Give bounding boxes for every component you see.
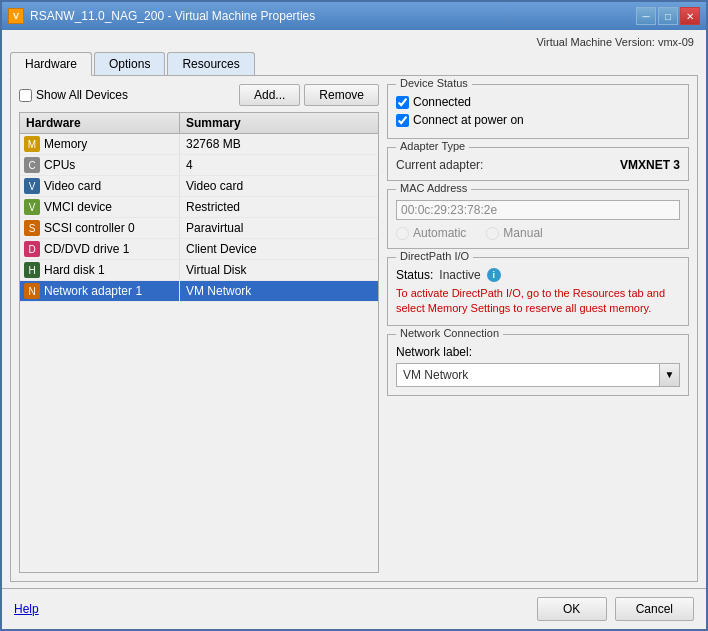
table-header: Hardware Summary: [20, 113, 378, 134]
row-summary: 4: [180, 156, 378, 174]
main-window: V RSANW_11.0_NAG_200 - Virtual Machine P…: [0, 0, 708, 631]
right-panel: Device Status Connected Connect at power…: [387, 84, 689, 573]
close-button[interactable]: ✕: [680, 7, 700, 25]
connect-power-checkbox[interactable]: [396, 114, 409, 127]
current-adapter-label: Current adapter:: [396, 158, 483, 172]
ok-button[interactable]: OK: [537, 597, 607, 621]
table-row[interactable]: V VMCI device Restricted: [20, 197, 378, 218]
row-summary: Restricted: [180, 198, 378, 216]
memory-icon: M: [24, 136, 40, 152]
manual-radio[interactable]: [486, 227, 499, 240]
show-all-checkbox[interactable]: [19, 89, 32, 102]
row-summary: Client Device: [180, 240, 378, 258]
dropdown-arrow-icon[interactable]: ▼: [659, 364, 679, 386]
video-icon: V: [24, 178, 40, 194]
manual-radio-label[interactable]: Manual: [486, 226, 542, 240]
btn-group: Add... Remove: [239, 84, 379, 106]
tab-resources[interactable]: Resources: [167, 52, 254, 75]
network-label-text: Network label:: [396, 345, 680, 359]
mac-address-input[interactable]: [396, 200, 680, 220]
row-name: H Hard disk 1: [20, 260, 180, 280]
cd-icon: D: [24, 241, 40, 257]
vmci-icon: V: [24, 199, 40, 215]
row-name: C CPUs: [20, 155, 180, 175]
remove-button[interactable]: Remove: [304, 84, 379, 106]
connect-power-label: Connect at power on: [413, 113, 524, 127]
adapter-row: Current adapter: VMXNET 3: [396, 158, 680, 172]
row-name: D CD/DVD drive 1: [20, 239, 180, 259]
cancel-button[interactable]: Cancel: [615, 597, 694, 621]
network-connection-group: Network Connection Network label: VM Net…: [387, 334, 689, 396]
directpath-title: DirectPath I/O: [396, 250, 473, 262]
row-summary: 32768 MB: [180, 135, 378, 153]
table-row[interactable]: M Memory 32768 MB: [20, 134, 378, 155]
left-panel: Show All Devices Add... Remove Hardware …: [19, 84, 379, 573]
row-name: V VMCI device: [20, 197, 180, 217]
connected-row: Connected: [396, 95, 680, 109]
col-summary: Summary: [180, 113, 378, 133]
status-label: Status:: [396, 268, 433, 282]
cpu-icon: C: [24, 157, 40, 173]
tab-hardware[interactable]: Hardware: [10, 52, 92, 76]
help-link[interactable]: Help: [14, 602, 39, 616]
show-all-row: Show All Devices Add... Remove: [19, 84, 379, 106]
status-value: Inactive: [439, 268, 480, 282]
network-icon: N: [24, 283, 40, 299]
bottom-buttons: OK Cancel: [537, 597, 694, 621]
restore-button[interactable]: □: [658, 7, 678, 25]
tab-options[interactable]: Options: [94, 52, 165, 75]
mac-radio-row: Automatic Manual: [396, 226, 680, 240]
automatic-radio-label[interactable]: Automatic: [396, 226, 466, 240]
row-summary: VM Network: [180, 282, 378, 300]
table-row[interactable]: C CPUs 4: [20, 155, 378, 176]
title-bar-left: V RSANW_11.0_NAG_200 - Virtual Machine P…: [8, 8, 315, 24]
info-icon[interactable]: i: [487, 268, 501, 282]
version-label: Virtual Machine Version: vmx-09: [10, 36, 698, 48]
current-adapter-value: VMXNET 3: [620, 158, 680, 172]
connected-checkbox[interactable]: [396, 96, 409, 109]
network-dropdown[interactable]: VM Network ▼: [396, 363, 680, 387]
tab-bar: Hardware Options Resources: [10, 52, 698, 76]
title-bar: V RSANW_11.0_NAG_200 - Virtual Machine P…: [2, 2, 706, 30]
table-row[interactable]: H Hard disk 1 Virtual Disk: [20, 260, 378, 281]
main-panel: Show All Devices Add... Remove Hardware …: [10, 76, 698, 582]
row-name: S SCSI controller 0: [20, 218, 180, 238]
table-row[interactable]: D CD/DVD drive 1 Client Device: [20, 239, 378, 260]
disk-icon: H: [24, 262, 40, 278]
adapter-type-title: Adapter Type: [396, 140, 469, 152]
minimize-button[interactable]: ─: [636, 7, 656, 25]
window-title: RSANW_11.0_NAG_200 - Virtual Machine Pro…: [30, 9, 315, 23]
app-icon: V: [8, 8, 24, 24]
table-row[interactable]: S SCSI controller 0 Paravirtual: [20, 218, 378, 239]
show-all-label[interactable]: Show All Devices: [19, 88, 128, 102]
scsi-icon: S: [24, 220, 40, 236]
row-summary: Video card: [180, 177, 378, 195]
directpath-status-row: Status: Inactive i: [396, 268, 680, 282]
table-row-selected[interactable]: N Network adapter 1 VM Network: [20, 281, 378, 302]
network-connection-title: Network Connection: [396, 327, 503, 339]
automatic-radio[interactable]: [396, 227, 409, 240]
directpath-group: DirectPath I/O Status: Inactive i To act…: [387, 257, 689, 326]
connected-label: Connected: [413, 95, 471, 109]
col-hardware: Hardware: [20, 113, 180, 133]
bottom-bar: Help OK Cancel: [2, 588, 706, 629]
hardware-table: Hardware Summary M Memory 32768 MB: [19, 112, 379, 573]
add-button[interactable]: Add...: [239, 84, 300, 106]
table-row[interactable]: V Video card Video card: [20, 176, 378, 197]
mac-address-group: MAC Address Automatic Manual: [387, 189, 689, 249]
network-value: VM Network: [397, 365, 659, 385]
title-controls: ─ □ ✕: [636, 7, 700, 25]
connect-power-row: Connect at power on: [396, 113, 680, 127]
row-name: M Memory: [20, 134, 180, 154]
content-area: Virtual Machine Version: vmx-09 Hardware…: [2, 30, 706, 588]
mac-address-title: MAC Address: [396, 182, 471, 194]
adapter-type-group: Adapter Type Current adapter: VMXNET 3: [387, 147, 689, 181]
row-summary: Virtual Disk: [180, 261, 378, 279]
device-status-group: Device Status Connected Connect at power…: [387, 84, 689, 139]
directpath-note: To activate DirectPath I/O, go to the Re…: [396, 286, 680, 317]
row-summary: Paravirtual: [180, 219, 378, 237]
row-name: V Video card: [20, 176, 180, 196]
device-status-title: Device Status: [396, 77, 472, 89]
row-name: N Network adapter 1: [20, 281, 180, 301]
